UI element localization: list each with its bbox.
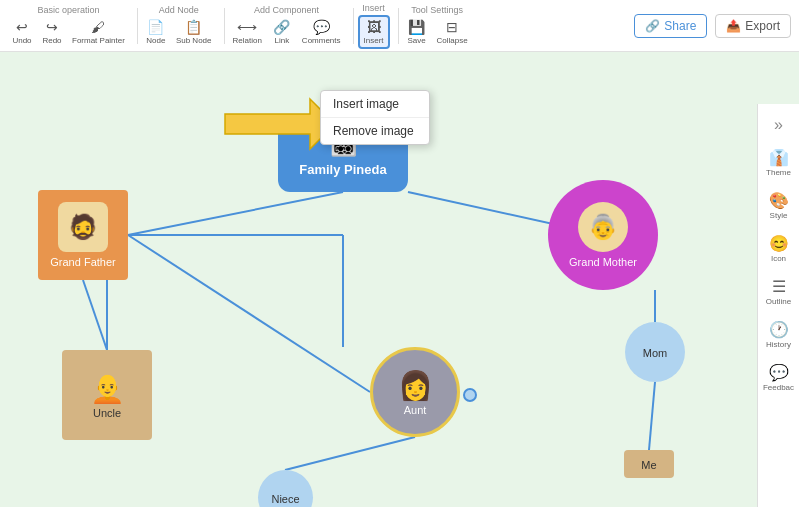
relation-button[interactable]: ⟷ Relation xyxy=(229,17,266,47)
grandfather-node[interactable]: 🧔 Grand Father xyxy=(38,190,128,280)
sidebar-item-icon[interactable]: 😊 Icon xyxy=(761,230,797,267)
svg-line-2 xyxy=(83,280,107,350)
share-icon: 🔗 xyxy=(645,19,660,33)
svg-line-0 xyxy=(128,192,343,235)
insert-label: Insert xyxy=(362,3,385,13)
collapse-button[interactable]: ⊟ Collapse xyxy=(433,17,472,47)
toolbar: Basic operation ↩ Undo ↪ Redo 🖌 Format P… xyxy=(0,0,799,52)
grandfather-avatar: 🧔 xyxy=(58,202,108,252)
add-component-group: Add Component ⟷ Relation 🔗 Link 💬 Commen… xyxy=(229,5,345,47)
separator-1 xyxy=(137,8,138,44)
redo-button[interactable]: ↪ Redo xyxy=(38,17,66,47)
sidebar-collapse-button[interactable]: » xyxy=(770,112,787,138)
add-component-label: Add Component xyxy=(254,5,319,15)
feedback-icon: 💬 xyxy=(769,363,789,382)
remove-image-item[interactable]: Remove image xyxy=(321,118,429,144)
top-right-actions: 🔗 Share 📤 Export xyxy=(634,14,791,38)
tool-settings-label: Tool Settings xyxy=(411,5,463,15)
add-node-label: Add Node xyxy=(159,5,199,15)
format-painter-button[interactable]: 🖌 Format Painter xyxy=(68,17,129,47)
basic-operation-group: Basic operation ↩ Undo ↪ Redo 🖌 Format P… xyxy=(8,5,129,47)
insert-button[interactable]: 🖼 Insert xyxy=(358,15,390,49)
sub-node-button[interactable]: 📋 Sub Node xyxy=(172,17,216,47)
aunt-connector-dot xyxy=(463,388,477,402)
niece-node[interactable]: Niece xyxy=(258,470,313,507)
uncle-node[interactable]: 🧑‍🦲 Uncle xyxy=(62,350,152,440)
grandmother-node[interactable]: 👵 Grand Mother xyxy=(548,180,658,290)
svg-line-4 xyxy=(285,437,415,470)
history-icon: 🕐 xyxy=(769,320,789,339)
add-node-group: Add Node 📄 Node 📋 Sub Node xyxy=(142,5,216,47)
right-sidebar: » 👔 Theme 🎨 Style 😊 Icon ☰ Outline 🕐 His… xyxy=(757,104,799,507)
comments-button[interactable]: 💬 Comments xyxy=(298,17,345,47)
separator-3 xyxy=(353,8,354,44)
sidebar-item-outline[interactable]: ☰ Outline xyxy=(761,273,797,310)
sidebar-item-style[interactable]: 🎨 Style xyxy=(761,187,797,224)
me-node[interactable]: Me xyxy=(624,450,674,478)
undo-button[interactable]: ↩ Undo xyxy=(8,17,36,47)
mom-node[interactable]: Mom xyxy=(625,322,685,382)
tool-settings-group: Tool Settings 💾 Save ⊟ Collapse xyxy=(403,5,472,47)
icon-icon: 😊 xyxy=(769,234,789,253)
theme-icon: 👔 xyxy=(769,148,789,167)
aunt-avatar: 👩 xyxy=(398,369,433,402)
canvas-area[interactable]: 👨‍👩‍👧‍👦 Family Pineda 🧔 Grand Father 👵 G… xyxy=(0,52,799,507)
insert-image-item[interactable]: Insert image xyxy=(321,91,429,118)
svg-marker-10 xyxy=(225,99,335,149)
aunt-node[interactable]: 👩 Aunt xyxy=(370,347,460,437)
basic-operation-label: Basic operation xyxy=(37,5,99,15)
link-button[interactable]: 🔗 Link xyxy=(268,17,296,47)
export-button[interactable]: 📤 Export xyxy=(715,14,791,38)
sidebar-item-feedback[interactable]: 💬 Feedbac xyxy=(761,359,797,396)
style-icon: 🎨 xyxy=(769,191,789,210)
grandmother-avatar: 👵 xyxy=(578,202,628,252)
insert-dropdown: Insert image Remove image xyxy=(320,90,430,145)
outline-icon: ☰ xyxy=(772,277,786,296)
save-button[interactable]: 💾 Save xyxy=(403,17,431,47)
uncle-avatar: 🧑‍🦲 xyxy=(90,372,125,405)
node-button[interactable]: 📄 Node xyxy=(142,17,170,47)
svg-line-3 xyxy=(128,235,370,392)
separator-4 xyxy=(398,8,399,44)
svg-line-6 xyxy=(649,382,655,450)
sidebar-item-theme[interactable]: 👔 Theme xyxy=(761,144,797,181)
export-icon: 📤 xyxy=(726,19,741,33)
sidebar-item-history[interactable]: 🕐 History xyxy=(761,316,797,353)
insert-group: Insert 🖼 Insert xyxy=(358,3,390,49)
separator-2 xyxy=(224,8,225,44)
share-button[interactable]: 🔗 Share xyxy=(634,14,707,38)
